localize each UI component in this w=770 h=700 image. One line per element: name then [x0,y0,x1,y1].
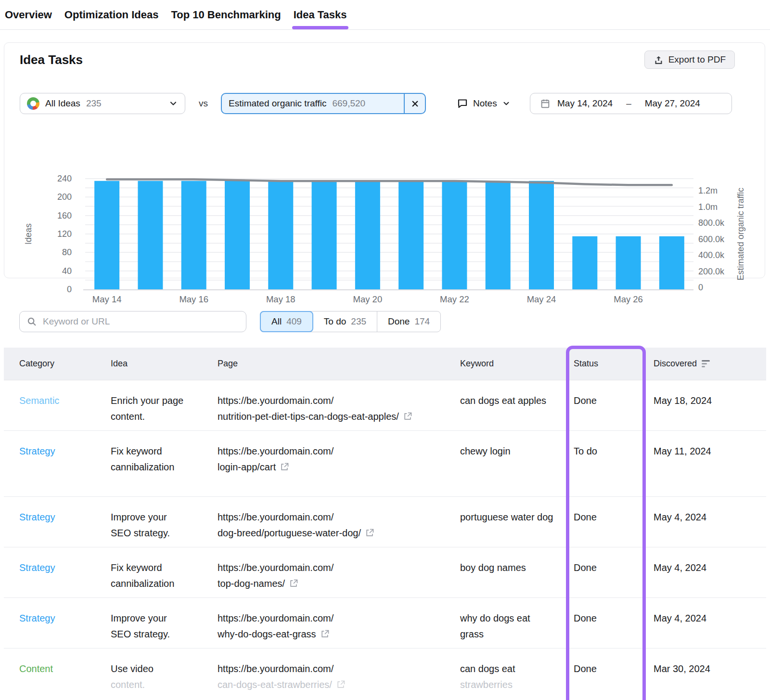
notes-label: Notes [473,98,497,109]
category-link[interactable]: Semantic [19,395,59,406]
all-ideas-dropdown[interactable]: All Ideas 235 [20,93,185,114]
page-url-cell: https://be.yourdomain.com/top-dog-names/ [218,560,460,597]
cell-text-line: boy dog names [460,560,574,576]
segment-all-label: All [271,316,282,327]
keyword-cell: can dogs eat apples [460,393,574,430]
svg-text:May 22: May 22 [440,294,469,304]
table-row: StrategyImprove yourSEO strategy.https:/… [4,598,766,648]
keyword-cell: chewy login [460,443,574,496]
metric-chip-estimated-organic-traffic[interactable]: Estimated organic traffic 669,520 [221,93,426,114]
category-link[interactable]: Content [19,663,53,674]
category-link[interactable]: Strategy [19,512,55,522]
svg-text:200.0k: 200.0k [698,267,725,276]
ideas-bar [442,181,467,289]
status-cell[interactable]: To do [574,443,654,496]
category-link[interactable]: Strategy [19,613,55,623]
cell-text-line: SEO strategy. [111,626,218,642]
search-icon [26,316,37,327]
category-cell: Content [19,661,111,700]
page-url-cell: https://be.yourdomain.com/login-app/cart [218,443,460,496]
segment-todo-label: To do [324,316,346,327]
category-cell: Strategy [19,443,111,496]
ideas-bar [529,181,554,289]
svg-text:80: 80 [62,247,72,257]
cell-text-line: top-dog-names/ [218,576,460,592]
external-link-icon[interactable] [336,680,346,689]
cell-text-line: cannibalization [111,576,218,592]
svg-text:Estimated organic traffic: Estimated organic traffic [736,188,745,281]
page-url-cell: https://be.yourdomain.com/dog-breed/port… [218,509,460,547]
svg-text:1.2m: 1.2m [698,186,718,195]
close-icon [411,99,420,108]
external-link-icon[interactable] [365,528,374,538]
table-row: SemanticEnrich your pagecontent.https://… [4,380,766,431]
svg-text:1.0m: 1.0m [698,202,718,212]
status-cell[interactable]: Done [574,560,654,597]
idea-tasks-page: Overview Optimization Ideas Top 10 Bench… [0,0,770,700]
ideas-bar [398,181,424,289]
status-cell[interactable]: Done [574,393,654,430]
svg-text:May 24: May 24 [527,294,556,304]
status-cell[interactable]: Done [574,509,654,547]
category-cell: Strategy [19,509,111,547]
cell-text-line: why-do-dogs-eat-grass [218,626,460,642]
tab-idea-tasks[interactable]: Idea Tasks [294,0,347,29]
external-link-icon[interactable] [403,412,412,421]
cell-text-line: Improve your [111,509,218,525]
page-url-cell: https://be.yourdomain.com/can-dogs-eat-s… [218,661,460,700]
ideas-bar [312,181,337,289]
tab-overview[interactable]: Overview [5,0,52,29]
tab-top-10-benchmarking[interactable]: Top 10 Benchmarking [171,0,281,29]
segment-all[interactable]: All 409 [260,311,313,332]
calendar-icon [540,98,551,109]
category-cell: Strategy [19,560,111,597]
segment-done-label: Done [388,316,410,327]
idea-cell: Use videocontent. [111,661,218,700]
keyword-cell: can dogs eatstrawberries [460,661,574,700]
date-range-separator: – [626,98,631,109]
cell-text-line: Fix keyword [111,443,218,459]
tab-optimization-ideas[interactable]: Optimization Ideas [64,0,159,29]
segment-all-count: 409 [286,316,302,327]
idea-cell: Fix keywordcannibalization [111,560,218,597]
search-input[interactable] [19,311,246,332]
cell-text-line: login-app/cart [218,459,460,475]
cell-text-line: dog-breed/portuguese-water-dog/ [218,525,460,541]
segment-done[interactable]: Done 174 [377,311,440,332]
ideas-bar [225,181,250,289]
column-header-discovered[interactable]: Discovered [654,359,766,369]
segment-todo-count: 235 [351,316,366,327]
column-header-category: Category [19,359,111,369]
column-header-idea: Idea [111,359,218,369]
page-url-cell: https://be.yourdomain.com/nutrition-pet-… [218,393,460,430]
external-link-icon[interactable] [280,462,289,472]
cell-text-line: Use video [111,661,218,677]
table-row: StrategyFix keywordcannibalizationhttps:… [4,547,766,598]
category-link[interactable]: Strategy [19,446,55,456]
status-cell[interactable]: Done [574,661,654,700]
upload-icon [654,55,664,65]
svg-text:May 26: May 26 [614,294,643,304]
column-header-page: Page [218,359,460,369]
ideas-vs-traffic-chart: 040801201602002400200.0k400.0k600.0k800.… [19,169,760,310]
idea-cell: Enrich your pagecontent. [111,393,218,430]
all-ideas-count: 235 [86,98,102,109]
export-to-pdf-button[interactable]: Export to PDF [644,51,735,69]
cell-text-line: Enrich your page [111,393,218,409]
metric-chip-close-button[interactable] [405,94,425,113]
date-range-picker[interactable]: May 14, 2024 – May 27, 2024 [530,93,732,114]
idea-tasks-card: Idea Tasks Export to PDF All Ideas 235 v… [4,42,765,278]
external-link-icon[interactable] [289,579,298,588]
cell-text-line: https://be.yourdomain.com/ [218,393,460,409]
svg-text:May 18: May 18 [266,294,295,304]
external-link-icon[interactable] [320,629,330,639]
metric-chip-label: Estimated organic traffic [229,98,326,109]
cell-text-line: portuguese water dog [460,509,574,525]
category-link[interactable]: Strategy [19,562,55,573]
notes-dropdown[interactable]: Notes [457,93,511,114]
export-to-pdf-label: Export to PDF [668,54,726,65]
svg-text:600.0k: 600.0k [698,234,725,244]
segment-todo[interactable]: To do 235 [313,311,377,332]
status-cell[interactable]: Done [574,610,654,648]
chevron-down-icon [502,99,511,108]
